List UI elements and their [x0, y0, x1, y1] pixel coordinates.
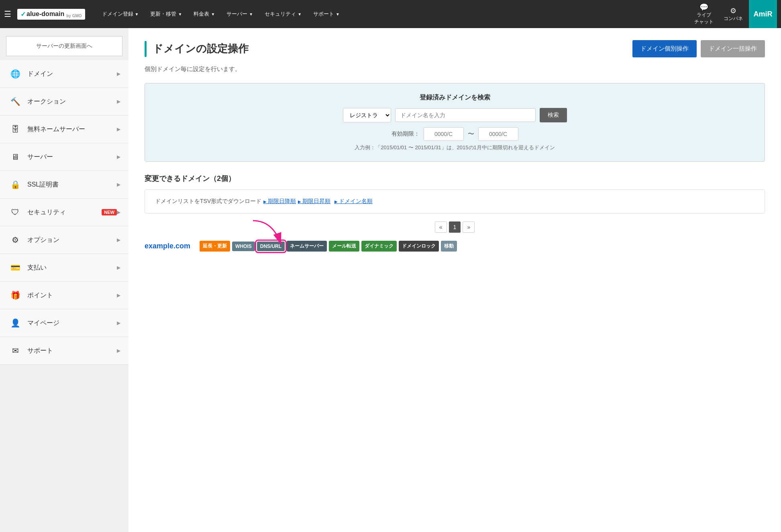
sidebar-item-ssl[interactable]: 🔒 SSL証明書 ▶	[0, 171, 128, 199]
top-navigation: ☰ ✓ alue-domain by GMO ドメイン登録 ▼ 更新・移管 ▼ …	[0, 0, 781, 28]
btn-individual[interactable]: ドメイン個別操作	[632, 40, 697, 57]
chevron-right-icon: ▶	[117, 292, 120, 298]
chevron-down-icon: ▼	[298, 12, 302, 16]
sidebar-item-label: セキュリティ	[27, 208, 98, 217]
page-title-wrap: ドメインの設定操作	[145, 41, 249, 57]
next-page-button[interactable]: »	[463, 221, 475, 233]
nav-pricing[interactable]: 料金表 ▼	[189, 7, 220, 21]
search-button[interactable]: 検索	[540, 108, 567, 122]
option-icon: ⚙	[8, 233, 22, 247]
main-layout: サーバーの更新画面へ 🌐 ドメイン ▶ 🔨 オークション ▶ 🗄 無料ネームサー…	[0, 28, 781, 532]
sidebar-item-option[interactable]: ⚙ オプション ▶	[0, 226, 128, 254]
sidebar-item-label: 支払い	[27, 264, 117, 272]
compact-label: コンパネ	[724, 15, 743, 22]
page-description: 個別ドメイン毎に設定を行います。	[145, 65, 765, 73]
search-title: 登録済みドメインを検索	[157, 93, 752, 102]
chevron-right-icon: ▶	[117, 348, 120, 353]
chevron-right-icon: ▶	[117, 99, 120, 104]
domain-row: example.com 延長・更新 WHOIS DNS/URL ネームサーバー …	[145, 241, 765, 252]
btn-bulk[interactable]: ドメイン一括操作	[701, 40, 765, 57]
domain-search-input[interactable]	[395, 108, 536, 122]
nav-support[interactable]: サポート ▼	[308, 7, 345, 21]
sidebar-item-security[interactable]: 🛡 セキュリティ NEW ▶	[0, 199, 128, 226]
live-chat-label: ライブチャット	[694, 12, 714, 25]
action-dynamic[interactable]: ダイナミック	[361, 241, 397, 252]
sort-by-domain-name[interactable]: ドメイン名順	[334, 198, 373, 205]
chevron-down-icon: ▼	[178, 12, 182, 16]
user-avatar[interactable]: AmiR	[749, 0, 777, 28]
expiry-to-input[interactable]	[478, 127, 518, 141]
chevron-right-icon: ▶	[117, 71, 120, 77]
mail-icon: ✉	[8, 343, 22, 358]
expiry-label: 有効期限：	[392, 130, 420, 138]
sidebar-item-label: サポート	[27, 347, 117, 355]
chat-icon: 💬	[694, 3, 714, 12]
download-text: ドメインリストをTSV形式でダウンロード	[155, 198, 261, 205]
sidebar-item-payment[interactable]: 💳 支払い ▶	[0, 254, 128, 282]
search-row: レジストラ 検索	[157, 108, 752, 122]
sort-by-expiry-asc[interactable]: 期限日昇順	[298, 198, 330, 205]
header-buttons: ドメイン個別操作 ドメイン一括操作	[632, 40, 765, 57]
action-whois[interactable]: WHOIS	[232, 242, 255, 251]
chevron-right-icon: ▶	[117, 182, 120, 187]
nav-update-transfer[interactable]: 更新・移管 ▼	[145, 7, 187, 21]
point-icon: 🎁	[8, 288, 22, 303]
nav-security[interactable]: セキュリティ ▼	[260, 7, 306, 21]
chevron-right-icon: ▶	[117, 265, 120, 270]
action-nameserver[interactable]: ネームサーバー	[287, 241, 327, 252]
prev-page-button[interactable]: «	[435, 221, 447, 233]
gear-icon: ⚙	[724, 6, 743, 15]
chevron-down-icon: ▼	[249, 12, 253, 16]
new-badge: NEW	[102, 209, 117, 215]
chevron-right-icon: ▶	[117, 154, 120, 160]
domain-name[interactable]: example.com	[145, 242, 190, 250]
sidebar-item-point[interactable]: 🎁 ポイント ▶	[0, 282, 128, 309]
page-title: ドメインの設定操作	[153, 42, 249, 56]
chevron-down-icon: ▼	[211, 12, 215, 16]
nav-domain-registration[interactable]: ドメイン登録 ▼	[97, 7, 144, 21]
page-1-button[interactable]: 1	[449, 221, 461, 233]
sidebar-item-mypage[interactable]: 👤 マイページ ▶	[0, 309, 128, 337]
chevron-right-icon: ▶	[117, 237, 120, 243]
sidebar-item-nameserver[interactable]: 🗄 無料ネームサーバー ▶	[0, 116, 128, 143]
domain-list-box: ドメインリストをTSV形式でダウンロード 期限日降順 期限日昇順 ドメイン名順	[145, 189, 765, 213]
sidebar-item-label: SSL証明書	[27, 181, 117, 189]
lock-icon: 🔒	[8, 177, 22, 192]
sidebar-item-label: 無料ネームサーバー	[27, 125, 117, 134]
chevron-right-icon: ▶	[117, 126, 120, 132]
logo-text: alue-domain	[27, 10, 64, 18]
expiry-row: 有効期限： 〜	[157, 127, 752, 141]
hamburger-icon[interactable]: ☰	[4, 9, 11, 19]
page-header: ドメインの設定操作 ドメイン個別操作 ドメイン一括操作	[145, 40, 765, 57]
logo-box: ✓ alue-domain by GMO	[17, 9, 85, 20]
search-box: 登録済みドメインを検索 レジストラ 検索 有効期限： 〜 入力例：「2015/0…	[145, 83, 765, 162]
download-sort-row: ドメインリストをTSV形式でダウンロード 期限日降順 期限日昇順 ドメイン名順	[155, 198, 754, 205]
sidebar-item-label: オプション	[27, 236, 117, 244]
sidebar-item-label: サーバー	[27, 153, 117, 161]
live-chat-button[interactable]: 💬 ライブチャット	[690, 1, 718, 27]
chevron-down-icon: ▼	[336, 12, 340, 16]
sort-by-expiry-desc[interactable]: 期限日降順	[263, 198, 296, 205]
action-renew[interactable]: 延長・更新	[200, 241, 230, 252]
action-move[interactable]: 移動	[441, 241, 457, 252]
expiry-from-input[interactable]	[424, 127, 464, 141]
logo-gmo: by GMO	[66, 14, 82, 18]
nameserver-icon: 🗄	[8, 122, 22, 136]
chevron-right-icon: ▶	[117, 209, 120, 215]
shield-icon: 🛡	[8, 205, 22, 219]
sidebar-item-support[interactable]: ✉ サポート ▶	[0, 337, 128, 365]
action-mail-forward[interactable]: メール転送	[329, 241, 359, 252]
sidebar-item-server[interactable]: 🖥 サーバー ▶	[0, 143, 128, 171]
action-dns-url[interactable]: DNS/URL	[257, 242, 285, 251]
compact-button[interactable]: ⚙ コンパネ	[720, 4, 747, 24]
sidebar-item-label: ドメイン	[27, 70, 117, 78]
sidebar-item-auction[interactable]: 🔨 オークション ▶	[0, 88, 128, 116]
sidebar-server-link[interactable]: サーバーの更新画面へ	[6, 36, 122, 56]
sidebar-item-label: ポイント	[27, 291, 117, 300]
sidebar-item-domain[interactable]: 🌐 ドメイン ▶	[0, 60, 128, 88]
registrar-select[interactable]: レジストラ	[343, 108, 391, 122]
nav-server[interactable]: サーバー ▼	[222, 7, 258, 21]
action-domain-lock[interactable]: ドメインロック	[399, 241, 439, 252]
main-content: ドメインの設定操作 ドメイン個別操作 ドメイン一括操作 個別ドメイン毎に設定を行…	[128, 28, 781, 532]
nav-right: 💬 ライブチャット ⚙ コンパネ AmiR	[690, 0, 777, 28]
